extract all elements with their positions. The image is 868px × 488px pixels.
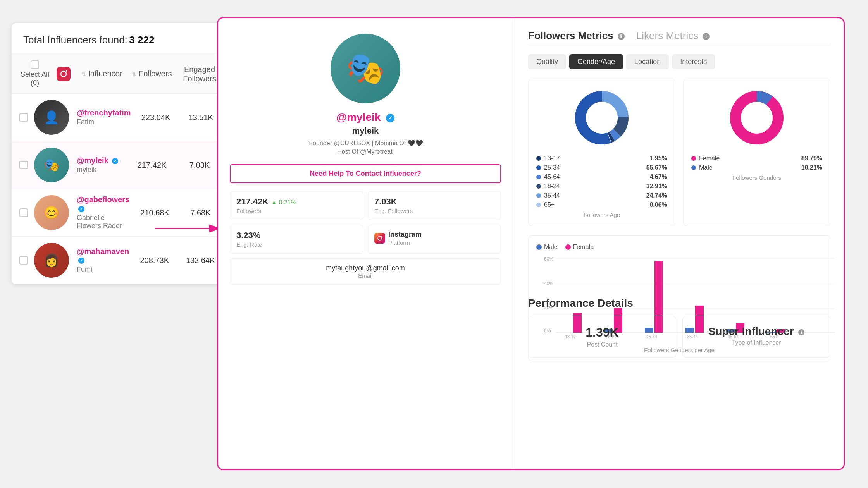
select-all-box[interactable]: Select All (0): [19, 60, 50, 87]
sub-tab-gender-age[interactable]: Gender/Age: [569, 54, 623, 69]
row-name-1: Fatim: [77, 118, 131, 126]
svg-text:40%: 40%: [544, 281, 553, 286]
table-row[interactable]: 🎭 @myleik myleik 217.42K 7.03K: [12, 141, 229, 189]
profile-handle: @myleik ✓: [230, 111, 501, 124]
row-info-3: @gabeflowers Gabrielle Flowers Rader: [77, 195, 129, 230]
panel-divider: [513, 18, 513, 469]
age-chart-title: Followers Age: [536, 211, 667, 218]
bar-dot-male: [536, 244, 542, 250]
row-checkbox-4[interactable]: [19, 256, 28, 265]
row-info-4: @mahamaven Fumi: [77, 247, 129, 274]
bar-legend: Male Female: [536, 244, 822, 251]
stats-grid: 217.42K ▲ 0.21% Followers 7.03K Eng. Fol…: [230, 191, 501, 254]
email-value: mytaughtyou@gmail.com: [236, 264, 494, 272]
gender-donut-chart: [726, 87, 788, 149]
svg-point-16: [741, 102, 773, 134]
legend-item-male: Male 10.21%: [691, 164, 822, 171]
row-info-2: @myleik myleik: [77, 156, 126, 174]
row-followers-2: 217.42K: [129, 161, 175, 170]
followers-value: 217.42K ▲ 0.21%: [236, 197, 356, 207]
eng-followers-label: Eng. Followers: [374, 208, 494, 214]
svg-text:60%: 60%: [544, 257, 553, 262]
row-engaged-4: 132.64K: [180, 256, 221, 265]
dot-13-17: [536, 156, 541, 161]
avatar-2: 🎭: [34, 148, 69, 182]
table-header: Select All (0) ⇅ Influencer ⇅ Foll: [12, 54, 229, 94]
legend-item-45-64: 45-64 4.67%: [536, 174, 667, 180]
legend-item-35-44: 35-44 24.74%: [536, 192, 667, 199]
eng-followers-stat: 7.03K Eng. Followers: [368, 191, 501, 220]
row-info-1: @frenchyfatim Fatim: [77, 108, 131, 126]
avatar-4: 👩: [34, 243, 69, 278]
sub-tab-interests[interactable]: Interests: [672, 54, 715, 69]
contact-button[interactable]: Need Help To Contact Influencer?: [230, 164, 501, 183]
verified-icon: ✓: [386, 114, 394, 122]
info-icon-influencer: ℹ: [798, 329, 804, 335]
svg-point-5: [381, 236, 382, 237]
platform-label: Platform: [388, 239, 422, 246]
row-name-4: Fumi: [77, 266, 129, 274]
row-handle-4: @mahamaven: [77, 247, 129, 265]
metrics-tabs-header: Followers Metrics ℹ Likers Metrics ℹ: [528, 30, 830, 46]
avatar-1: 👤: [34, 100, 69, 135]
total-header: Total Influencers found: 3 222: [12, 23, 229, 54]
dot-25-34: [536, 165, 541, 170]
row-checkbox-2[interactable]: [19, 161, 28, 169]
performance-section: Performance Details 1.39K Post Count Sup…: [517, 297, 842, 369]
bar-legend-male: Male: [536, 244, 558, 251]
gender-chart-title: Followers Genders: [691, 174, 822, 181]
eng-followers-value: 7.03K: [374, 197, 494, 207]
profile-section: 🎭 @myleik ✓ myleik 'Founder @CURLBOX | M…: [218, 18, 513, 300]
row-name-2: myleik: [77, 166, 126, 174]
dot-35-44: [536, 193, 541, 198]
verified-badge-3: [78, 206, 84, 212]
followers-change: ▲ 0.21%: [271, 199, 296, 206]
post-count-label: Post Count: [536, 341, 668, 348]
age-legend: 13-17 1.95% 25-34 55.67% 45-64 4.67%: [536, 155, 667, 208]
sub-tab-location[interactable]: Location: [626, 54, 669, 69]
table-row[interactable]: 👤 @frenchyfatim Fatim 223.04K 13.51K: [12, 94, 229, 141]
row-followers-4: 208.73K: [132, 256, 177, 265]
row-engaged-2: 7.03K: [178, 161, 221, 170]
gender-chart-box: Female 89.79% Male 10.21% Followers Gend…: [683, 79, 830, 226]
dot-male: [691, 165, 696, 170]
bar-legend-female: Female: [565, 244, 594, 251]
platform-stat: Instagram Platform: [368, 225, 501, 254]
metrics-tab-followers[interactable]: Followers Metrics ℹ: [528, 30, 625, 42]
influencer-type-box: Super Influencer ℹ Type of Influencer: [682, 316, 830, 358]
platform-value: Instagram: [388, 230, 422, 239]
table-row[interactable]: 👩 @mahamaven Fumi 208.73K 132.64K: [12, 237, 229, 284]
instagram-icon: [57, 67, 71, 81]
profile-avatar: 🎭: [331, 34, 400, 103]
metrics-tab-likers[interactable]: Likers Metrics ℹ: [636, 30, 710, 42]
row-handle-2: @myleik: [77, 156, 126, 165]
col-followers-header[interactable]: ⇅ Followers: [129, 69, 175, 78]
total-label: Total Influencers found:: [23, 34, 127, 46]
sub-tab-quality[interactable]: Quality: [528, 54, 566, 69]
total-count: 3 222: [129, 34, 154, 46]
legend-item-65plus: 65+ 0.06%: [536, 201, 667, 208]
col-engaged-header: Engaged Followers: [178, 65, 221, 83]
col-influencer-header: ⇅ Influencer: [81, 69, 126, 78]
info-icon-likers: ℹ: [703, 33, 710, 40]
legend-item-female: Female 89.79%: [691, 155, 822, 162]
svg-point-13: [586, 102, 618, 134]
dot-65plus: [536, 203, 541, 207]
charts-row: 13-17 1.95% 25-34 55.67% 45-64 4.67%: [528, 79, 830, 226]
followers-stat: 217.42K ▲ 0.21% Followers: [230, 191, 363, 220]
dot-female: [691, 156, 696, 161]
followers-label: Followers: [236, 208, 356, 214]
gender-legend: Female 89.79% Male 10.21%: [691, 155, 822, 171]
svg-rect-0: [57, 67, 71, 81]
row-checkbox-1[interactable]: [19, 113, 28, 122]
svg-point-2: [66, 70, 67, 72]
performance-title: Performance Details: [528, 297, 830, 309]
left-panel: Total Influencers found: 3 222 Select Al…: [12, 23, 229, 284]
influencer-type-label: Type of Influencer: [691, 339, 822, 346]
legend-item-25-34: 25-34 55.67%: [536, 164, 667, 171]
email-label: Email: [236, 272, 494, 279]
select-all-checkbox[interactable]: [31, 60, 39, 69]
table-row[interactable]: 😊 @gabeflowers Gabrielle Flowers Rader 2…: [12, 189, 229, 237]
row-checkbox-3[interactable]: [19, 208, 28, 217]
dot-18-24: [536, 184, 541, 189]
